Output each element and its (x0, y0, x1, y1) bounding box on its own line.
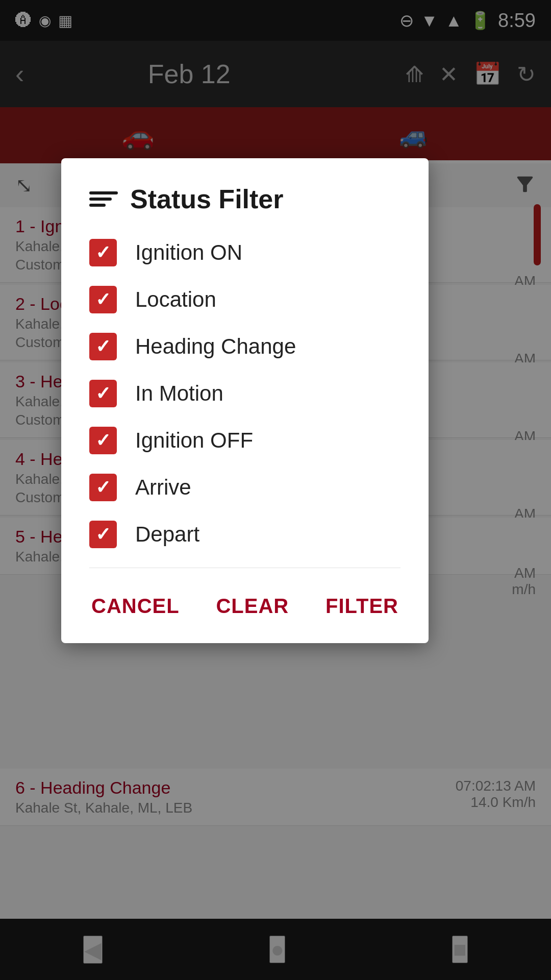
status-filter-modal: Status Filter ✓ Ignition ON ✓ Location ✓… (61, 158, 429, 643)
label-depart: Depart (135, 522, 199, 547)
label-arrive: Arrive (135, 475, 191, 500)
checkbox-ignition-on[interactable]: ✓ (89, 239, 117, 266)
checkbox-in-motion-row[interactable]: ✓ In Motion (89, 380, 400, 407)
checkmark-heading-change: ✓ (95, 336, 111, 357)
filter-header-icon (89, 191, 118, 207)
checkbox-location-row[interactable]: ✓ Location (89, 286, 400, 313)
checkbox-in-motion[interactable]: ✓ (89, 380, 117, 407)
checkbox-location[interactable]: ✓ (89, 286, 117, 313)
label-heading-change: Heading Change (135, 334, 296, 359)
label-ignition-off: Ignition OFF (135, 428, 253, 453)
checkmark-arrive: ✓ (95, 477, 111, 498)
modal-title: Status Filter (130, 184, 284, 214)
label-in-motion: In Motion (135, 381, 223, 406)
checkbox-depart[interactable]: ✓ (89, 521, 117, 548)
checkmark-in-motion: ✓ (95, 383, 111, 404)
modal-actions: CANCEL CLEAR FILTER (89, 586, 400, 623)
checkbox-heading-change[interactable]: ✓ (89, 333, 117, 360)
checkmark-ignition-off: ✓ (95, 430, 111, 451)
label-ignition-on: Ignition ON (135, 240, 242, 265)
cancel-button[interactable]: CANCEL (89, 590, 182, 623)
checkmark-ignition-on: ✓ (95, 242, 111, 263)
checkbox-heading-change-row[interactable]: ✓ Heading Change (89, 333, 400, 360)
checkbox-depart-row[interactable]: ✓ Depart (89, 521, 400, 548)
checkbox-ignition-on-row[interactable]: ✓ Ignition ON (89, 239, 400, 266)
checkbox-ignition-off[interactable]: ✓ (89, 427, 117, 454)
checkmark-depart: ✓ (95, 524, 111, 545)
checkbox-arrive[interactable]: ✓ (89, 474, 117, 501)
checkbox-ignition-off-row[interactable]: ✓ Ignition OFF (89, 427, 400, 454)
filter-button-modal[interactable]: FILTER (323, 590, 400, 623)
modal-header: Status Filter (89, 184, 400, 214)
label-location: Location (135, 287, 216, 312)
checkmark-location: ✓ (95, 289, 111, 310)
modal-divider (89, 568, 400, 568)
clear-button[interactable]: CLEAR (214, 590, 291, 623)
checkbox-arrive-row[interactable]: ✓ Arrive (89, 474, 400, 501)
